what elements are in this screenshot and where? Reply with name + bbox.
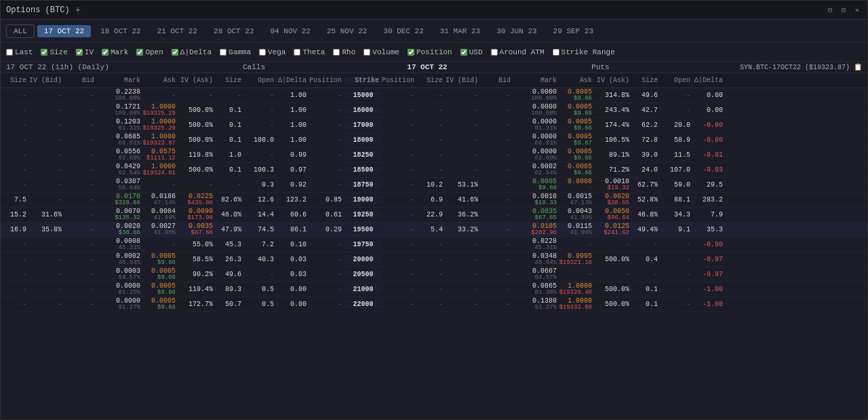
table-row: 7.5 - - 0.0170$328.66 0.018647.14% 0.022… bbox=[1, 193, 867, 208]
opt-iv[interactable]: IV bbox=[76, 48, 94, 56]
c-mark2: 0.0010$19.33 bbox=[513, 193, 559, 207]
close-button[interactable]: ✕ bbox=[852, 5, 862, 16]
opt-around-atm-checkbox[interactable] bbox=[491, 49, 498, 56]
add-tab-button[interactable]: + bbox=[75, 5, 81, 16]
opt-rho-checkbox[interactable] bbox=[333, 49, 340, 56]
opt-mark[interactable]: Mark bbox=[102, 48, 128, 56]
c-ask: 0.0005$9.66 bbox=[143, 267, 178, 282]
tab-29sep23[interactable]: 29 SEP 23 bbox=[547, 25, 600, 37]
c-ivbid2: - bbox=[446, 136, 481, 144]
c-ivask: 0.0035$67.66 bbox=[178, 223, 216, 237]
c-size2: 89.3 bbox=[216, 286, 244, 293]
opt-volume[interactable]: Volume bbox=[363, 48, 399, 56]
c-size: - bbox=[1, 121, 29, 129]
c-mark2: 0.034848.84% bbox=[513, 252, 559, 267]
opt-position-checkbox[interactable] bbox=[408, 49, 414, 56]
c-delta: 86.1 bbox=[277, 226, 309, 233]
c-strike: 15000 bbox=[344, 92, 382, 99]
table-row: - - - 0.030758.64% - - - 0.3 0.92 - 1875… bbox=[1, 178, 867, 193]
opt-iv-checkbox[interactable] bbox=[76, 49, 83, 56]
c-position: - bbox=[309, 151, 344, 159]
c-position: - bbox=[309, 107, 344, 114]
opt-delta[interactable]: Δ|Delta bbox=[172, 48, 212, 56]
section-header: 17 OCT 22 (11h) (Daily) Calls 17 OCT 22 … bbox=[1, 62, 867, 73]
opt-theta-checkbox[interactable] bbox=[294, 49, 300, 56]
c-open: - bbox=[244, 92, 277, 99]
opt-gamma[interactable]: Gamma bbox=[220, 48, 251, 56]
tab-31mar23[interactable]: 31 MAR 23 bbox=[433, 25, 487, 37]
tab-17oct22[interactable]: 17 OCT 22 bbox=[37, 25, 91, 37]
table-row-atm: 16.9 35.8% - 0.0020$38.66 0.002741.95% 0… bbox=[1, 223, 867, 237]
c-size3: - bbox=[417, 92, 446, 99]
c-ivbid2: - bbox=[446, 256, 481, 263]
c-mark: 0.000091.27% bbox=[97, 297, 143, 311]
opt-strike-range[interactable]: Strike Range bbox=[553, 48, 615, 56]
opt-mark-checkbox[interactable] bbox=[102, 49, 108, 56]
tab-all[interactable]: ALL bbox=[6, 24, 35, 38]
hdr-strike: Strike bbox=[344, 77, 382, 84]
opt-last-checkbox[interactable] bbox=[6, 49, 13, 56]
c-open: - bbox=[244, 271, 277, 278]
opt-open[interactable]: Open bbox=[136, 48, 163, 56]
opt-position[interactable]: Position bbox=[408, 48, 452, 56]
tab-04nov22[interactable]: 04 NOV 22 bbox=[264, 25, 317, 37]
c-size4: 46.8% bbox=[632, 211, 660, 218]
opt-theta[interactable]: Theta bbox=[294, 48, 325, 56]
opt-size[interactable]: Size bbox=[41, 48, 67, 56]
tab-28oct22[interactable]: 28 OCT 22 bbox=[207, 25, 260, 37]
c-ask: 0.0005$9.66 bbox=[143, 282, 178, 297]
hdr-size2: Size bbox=[216, 77, 244, 84]
c-strike: 20500 bbox=[344, 271, 382, 278]
opt-delta-checkbox[interactable] bbox=[172, 49, 178, 56]
opt-size-checkbox[interactable] bbox=[41, 49, 47, 56]
tab-30dec22[interactable]: 30 DEC 22 bbox=[376, 25, 430, 37]
c-strike: 17000 bbox=[344, 121, 382, 129]
opt-rho[interactable]: Rho bbox=[333, 48, 355, 56]
tab-21oct22[interactable]: 21 OCT 22 bbox=[151, 25, 204, 37]
opt-open-checkbox[interactable] bbox=[136, 49, 143, 56]
c-ivbid2: - bbox=[446, 271, 481, 278]
c-position: - bbox=[309, 271, 344, 278]
c-ivask: 500.0% bbox=[178, 166, 216, 174]
c-ask: 1.0000$19324.01 bbox=[143, 163, 178, 177]
table-row: - - - 0.2238100.00% - - - - 1.00 - 15000… bbox=[1, 88, 867, 103]
c-delta2: -0.97 bbox=[693, 256, 726, 263]
c-ivask: 500.0% bbox=[178, 107, 216, 114]
c-open: 74.5 bbox=[244, 226, 277, 233]
c-strike: 19500 bbox=[344, 226, 382, 233]
c-ivbid: - bbox=[29, 256, 64, 263]
c-ivask: - bbox=[178, 92, 216, 99]
c-open: - bbox=[244, 121, 277, 129]
opt-vega-checkbox[interactable] bbox=[259, 49, 266, 56]
maximize-button[interactable]: ⊡ bbox=[839, 5, 848, 16]
opt-usd-checkbox[interactable] bbox=[460, 49, 467, 56]
opt-around-atm[interactable]: Around ATM bbox=[491, 48, 545, 56]
c-bid2: - bbox=[481, 286, 513, 293]
c-mark: 0.000081.25% bbox=[97, 282, 143, 297]
c-size: 16.9 bbox=[1, 226, 29, 233]
tab-18oct22[interactable]: 18 OCT 22 bbox=[94, 25, 147, 37]
c-ivask2: 0.0125$241.62 bbox=[595, 223, 632, 237]
tab-30jun23[interactable]: 30 JUN 23 bbox=[490, 25, 543, 37]
c-delta: 1.00 bbox=[277, 121, 309, 129]
c-size3: 10.2 bbox=[417, 181, 446, 189]
c-bid: - bbox=[64, 121, 97, 129]
opt-usd[interactable]: USD bbox=[460, 48, 483, 56]
tab-25nov22[interactable]: 25 NOV 22 bbox=[320, 25, 374, 37]
c-size3: - bbox=[417, 241, 446, 248]
c-ivbid2: - bbox=[446, 166, 481, 174]
c-ask2: 0.0005$9.66 bbox=[559, 103, 595, 117]
c-strike: 18250 bbox=[344, 151, 382, 159]
c-pos2: - bbox=[382, 241, 417, 248]
c-ivbid2: 41.6% bbox=[446, 196, 481, 204]
hdr-size3: Size bbox=[417, 77, 446, 84]
minimize-button[interactable]: ⊟ bbox=[825, 5, 835, 16]
opt-strike-range-checkbox[interactable] bbox=[553, 49, 559, 56]
syn-label: SYN.BTC-17OCT22 ($19323.87) 📋 bbox=[713, 63, 862, 71]
c-delta: 0.00 bbox=[277, 286, 309, 293]
opt-vega[interactable]: Vega bbox=[259, 48, 285, 56]
opt-gamma-checkbox[interactable] bbox=[220, 49, 226, 56]
opt-last[interactable]: Last bbox=[6, 48, 33, 56]
opt-volume-checkbox[interactable] bbox=[363, 49, 370, 56]
table-body: - - - 0.2238100.00% - - - - 1.00 - 15000… bbox=[1, 88, 867, 419]
